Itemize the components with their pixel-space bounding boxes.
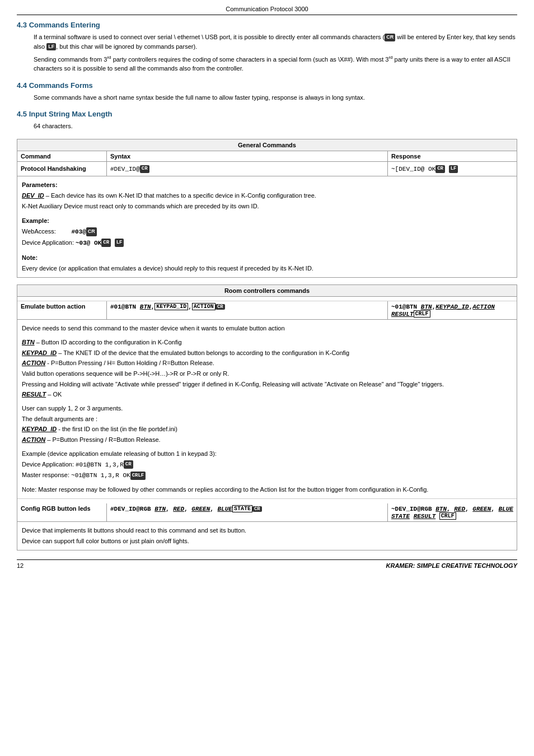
crlf-badge: CRLF (414, 310, 430, 318)
user-supply: User can supply 1, 2 or 3 arguments. (22, 403, 512, 414)
config-rgb-syntax: #DEV_ID@RGB BTN, RED, GREEN, BLUESTATECR (107, 503, 388, 522)
emulate-desc: Device needs to send this command to the… (22, 323, 512, 334)
page-header: Communication Protocol 3000 (17, 6, 517, 15)
config-rgb-desc2: Device can support full color buttons or… (22, 536, 512, 547)
default-action: ACTION – P=Button Pressing / R=Button Re… (22, 435, 512, 445)
section-44-para1: Some commands have a short name syntax b… (34, 93, 517, 102)
cr-rgb-syntax: CR (252, 506, 262, 512)
section-43-title: 4.3 Commands Entering (17, 21, 517, 29)
spacer-row (17, 297, 517, 301)
cr-badge-1: CR (385, 34, 395, 41)
config-rgb-detail: Device that implements lit buttons shoul… (17, 522, 517, 549)
pressing-holding: Pressing and Holding will activate "Acti… (22, 379, 512, 390)
example-intro: Example (device application emulate rele… (22, 449, 512, 459)
config-rgb-label: Config RGB button leds (17, 503, 107, 522)
action-desc: ACTION - P=Button Pressing / H= Button H… (22, 358, 512, 368)
config-rgb-desc1: Device that implements lit buttons shoul… (22, 525, 512, 536)
general-params-block: Parameters: DEV_ID – Each device has its… (17, 176, 517, 277)
keypad-desc: KEYPAD_ID – The KNET ID of the device th… (22, 348, 512, 358)
default-args-label: The default arguments are : (22, 414, 512, 424)
emulate-label: Emulate button action (17, 301, 107, 320)
section-45-title: 4.5 Input String Max Length (17, 110, 517, 118)
cr-badge-resp1: CR (435, 165, 445, 173)
dev-id-desc: DEV_ID – Each device has its own K-Net I… (22, 190, 512, 201)
section-43-para2: Sending commands from 3rd party controll… (34, 54, 517, 73)
params-header: Parameters: (22, 180, 512, 190)
valid-ops: Valid button operations sequence will be… (22, 368, 512, 379)
footer-page-number: 12 (17, 562, 24, 569)
emulate-syntax: #01@BTN BTN,KEYPAD_ID,ACTIONCR (107, 301, 388, 320)
crlf-rgb: CRLF (439, 512, 456, 520)
emulate-response: ~01@BTN BTN,KEYPAD_ID,ACTION RESULTCRLF (388, 301, 517, 320)
col-command-header: Command (17, 151, 107, 161)
webaccess-example: WebAccess: #03@CR (22, 226, 512, 237)
section-43-para1: If a terminal software is used to connec… (34, 32, 517, 51)
footer-brand: KRAMER: SIMPLE CREATIVE TECHNOLOGY (386, 562, 517, 569)
col-response-header: Response (388, 151, 517, 161)
dev-id-desc2: K-Net Auxiliary Device must react only t… (22, 201, 512, 212)
general-commands-table: General Commands Command Syntax Response… (17, 139, 517, 278)
cr-dev-app: CR (124, 460, 133, 469)
room-controllers-title: Room controllers commands (17, 285, 517, 297)
webaccess-val: #03@ (71, 228, 86, 235)
lf-badge-1: LF (46, 43, 56, 51)
example-block: Example: (22, 216, 512, 226)
cr-badge-devapp: CR (101, 239, 111, 247)
general-commands-header: Command Syntax Response (17, 151, 517, 162)
lf-badge-resp1: LF (449, 165, 458, 173)
section-45-content: 64 characters. (34, 122, 517, 131)
section-43: 4.3 Commands Entering If a terminal soft… (17, 21, 517, 73)
page-footer: 12 KRAMER: SIMPLE CREATIVE TECHNOLOGY (17, 559, 517, 569)
emulate-header: Emulate button action #01@BTN BTN,KEYPAD… (17, 301, 517, 320)
cmd-response-handshaking: ~[DEV_ID@ OKCR LF (388, 162, 517, 176)
room-controllers-table: Room controllers commands Emulate button… (17, 284, 517, 550)
section-43-content: If a terminal software is used to connec… (34, 32, 517, 73)
master-response-example: Master response: ~01@BTN 1,3,R OKCRLF (22, 470, 512, 481)
section-44-title: 4.4 Commands Forms (17, 81, 517, 90)
section-44-content: Some commands have a short name syntax b… (34, 93, 517, 102)
action-badge: ACTION (192, 303, 216, 310)
btn-desc: BTN – Button ID according to the configu… (22, 337, 512, 348)
page-header-text: Communication Protocol 3000 (226, 6, 308, 12)
spacer-2 (17, 499, 517, 503)
general-cmd-row-1: Protocol Handshaking #DEV_ID@CR ~[DEV_ID… (17, 162, 517, 177)
section-45: 4.5 Input String Max Length 64 character… (17, 110, 517, 131)
emulate-detail: Device needs to send this command to the… (17, 320, 517, 498)
cr-badge-webaccess: CR (86, 227, 97, 236)
cmd-syntax-handshaking: #DEV_ID@CR (107, 162, 388, 176)
col-syntax-header: Syntax (107, 151, 388, 161)
state-syntax-badge: STATE (232, 505, 252, 512)
general-commands-title: General Commands (17, 139, 517, 151)
keypad-id-badge: KEYPAD_ID (154, 303, 188, 310)
lf-badge-devapp: LF (115, 239, 124, 247)
note-block: Note: (22, 253, 512, 263)
crlf-master: CRLF (130, 472, 146, 480)
config-rgb-header: Config RGB button leds #DEV_ID@RGB BTN, … (17, 503, 517, 522)
cr-badge-syntax: CR (140, 165, 149, 173)
result-desc: RESULT – OK (22, 389, 512, 400)
room-note: Note: Master response may be followed by… (22, 484, 512, 495)
dev-app-example: Device Application: #01@BTN 1,3,RCR (22, 459, 512, 470)
section-45-para1: 64 characters. (34, 122, 517, 131)
cr-emulate: CR (216, 304, 225, 310)
devapp-example: Device Application: ~03@ OKCR LF (22, 237, 512, 249)
default-keypad: KEYPAD_ID - the first ID on the list (in… (22, 424, 512, 435)
config-rgb-response: ~DEV_ID@RGB BTN, RED, GREEN, BLUE STATE … (388, 503, 517, 522)
section-44: 4.4 Commands Forms Some commands have a … (17, 81, 517, 102)
note-text: Every device (or application that emulat… (22, 263, 512, 274)
cmd-protocol-handshaking: Protocol Handshaking (17, 162, 107, 176)
